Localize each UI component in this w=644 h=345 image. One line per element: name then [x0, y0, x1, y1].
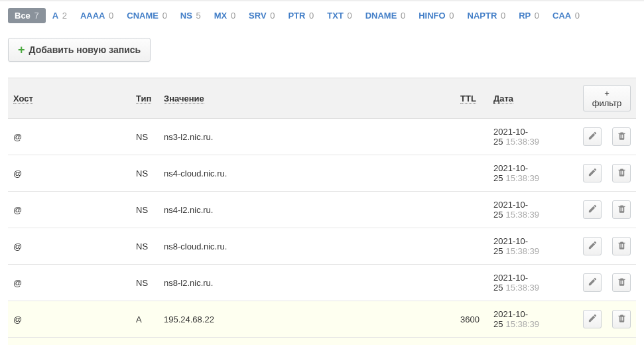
delete-button[interactable] — [612, 273, 631, 292]
tab-label: A — [52, 11, 58, 21]
add-record-button[interactable]: + Добавить новую запись — [8, 38, 151, 62]
tab-a[interactable]: A 2 — [46, 8, 74, 23]
cell-value: 195.24.68.22 — [159, 301, 455, 338]
edit-button[interactable] — [583, 200, 602, 219]
cell-type: NS — [131, 192, 159, 228]
tab-mx[interactable]: MX 0 — [208, 8, 242, 23]
tab-label: CNAME — [127, 11, 159, 21]
tab-caa[interactable]: CAA 0 — [546, 8, 586, 23]
add-record-label: Добавить новую запись — [29, 44, 141, 55]
table-header-row: Хост Тип Значение TTL Дата + фильтр — [8, 78, 636, 119]
table-row: @NSns3-l2.nic.ru.2021-10-2515:38:39 — [8, 119, 636, 155]
cell-value: ns8-l2.nic.ru. — [159, 265, 455, 301]
col-date-header[interactable]: Дата — [493, 94, 513, 104]
col-ttl-header[interactable]: TTL — [460, 94, 476, 104]
toolbar: + Добавить новую запись — [0, 29, 644, 78]
col-type-header[interactable]: Тип — [136, 94, 151, 104]
delete-button[interactable] — [612, 237, 631, 255]
tab-srv[interactable]: SRV 0 — [242, 8, 281, 23]
tab-txt[interactable]: TXT 0 — [320, 8, 358, 23]
tab-label: CAA — [552, 11, 571, 21]
tab-label: NS — [180, 11, 192, 21]
tab-label: TXT — [327, 11, 344, 21]
pencil-icon — [588, 240, 598, 252]
cell-date: 2021-10-2515:38:39 — [488, 228, 578, 265]
delete-button[interactable] — [612, 200, 631, 219]
tab-count: 0 — [572, 11, 580, 21]
trash-icon — [617, 167, 627, 179]
edit-button[interactable] — [583, 127, 602, 146]
table-row: wwwA195.24.68.2236002021-10-2515:38:39 — [8, 338, 636, 346]
cell-date: 2021-10-2515:38:39 — [488, 265, 578, 301]
tab-count: 0 — [268, 11, 275, 21]
tab-cname[interactable]: CNAME 0 — [120, 8, 174, 23]
tab-count: 0 — [447, 11, 454, 21]
tab-label: RP — [519, 11, 531, 21]
tab-count: 0 — [160, 11, 167, 21]
plus-icon: + — [18, 44, 25, 56]
cell-host: @ — [8, 301, 131, 338]
cell-host: @ — [8, 119, 131, 155]
table-row: @NSns4-l2.nic.ru.2021-10-2515:38:39 — [8, 192, 636, 228]
trash-icon — [617, 240, 627, 252]
delete-button[interactable] — [612, 127, 631, 146]
tab-label: NAPTR — [468, 11, 497, 21]
tab-label: DNAME — [365, 11, 397, 21]
edit-button[interactable] — [583, 164, 602, 182]
tab-count: 0 — [107, 11, 114, 21]
edit-button[interactable] — [583, 237, 602, 255]
tab-hinfo[interactable]: HINFO 0 — [412, 8, 460, 23]
cell-type: NS — [131, 119, 159, 155]
cell-value: ns4-cloud.nic.ru. — [159, 155, 455, 192]
tab-aaaa[interactable]: AAAA 0 — [74, 8, 120, 23]
cell-type: NS — [131, 265, 159, 301]
tab-naptr[interactable]: NAPTR 0 — [461, 8, 513, 23]
tab-rp[interactable]: RP 0 — [512, 8, 546, 23]
cell-value: ns8-cloud.nic.ru. — [159, 228, 455, 265]
pencil-icon — [588, 277, 598, 289]
table-row: @NSns8-l2.nic.ru.2021-10-2515:38:39 — [8, 265, 636, 301]
cell-date: 2021-10-2515:38:39 — [488, 301, 578, 338]
cell-type: NS — [131, 228, 159, 265]
tab-dname[interactable]: DNAME 0 — [359, 8, 413, 23]
cell-date: 2021-10-2515:38:39 — [488, 192, 578, 228]
cell-ttl — [455, 192, 488, 228]
edit-button[interactable] — [583, 310, 602, 328]
tab-label: PTR — [288, 11, 305, 21]
tab-label: Все — [15, 11, 31, 21]
cell-ttl: 3600 — [455, 338, 488, 346]
tab-label: SRV — [249, 11, 267, 21]
tab-count: 5 — [194, 11, 201, 21]
tab-count: 0 — [228, 11, 235, 21]
tab-ptr[interactable]: PTR 0 — [281, 8, 320, 23]
tab-count: 0 — [345, 11, 352, 21]
delete-button[interactable] — [612, 164, 631, 182]
col-host-header[interactable]: Хост — [13, 94, 33, 104]
tab-ns[interactable]: NS 5 — [174, 8, 208, 23]
cell-date: 2021-10-2515:38:39 — [488, 338, 578, 346]
table-row: @NSns8-cloud.nic.ru.2021-10-2515:38:39 — [8, 228, 636, 265]
tab-count: 0 — [532, 11, 539, 21]
tab-все[interactable]: Все 7 — [8, 8, 46, 23]
cell-type: A — [131, 338, 159, 346]
cell-ttl — [455, 228, 488, 265]
tab-label: HINFO — [419, 11, 445, 21]
cell-ttl — [455, 119, 488, 155]
tab-label: AAAA — [80, 11, 105, 21]
cell-ttl: 3600 — [455, 301, 488, 338]
filter-button[interactable]: + фильтр — [583, 85, 631, 111]
table-row: @A195.24.68.2236002021-10-2515:38:39 — [8, 301, 636, 338]
trash-icon — [617, 277, 627, 289]
tab-count: 0 — [306, 11, 314, 21]
pencil-icon — [588, 167, 598, 179]
cell-host: @ — [8, 192, 131, 228]
cell-host: @ — [8, 265, 131, 301]
cell-host: www — [8, 338, 131, 346]
delete-button[interactable] — [612, 310, 631, 328]
cell-ttl — [455, 265, 488, 301]
edit-button[interactable] — [583, 273, 602, 292]
records-table: Хост Тип Значение TTL Дата + фильтр @NSn… — [8, 78, 636, 345]
col-value-header[interactable]: Значение — [164, 94, 204, 104]
cell-ttl — [455, 155, 488, 192]
cell-value: 195.24.68.22 — [159, 338, 455, 346]
